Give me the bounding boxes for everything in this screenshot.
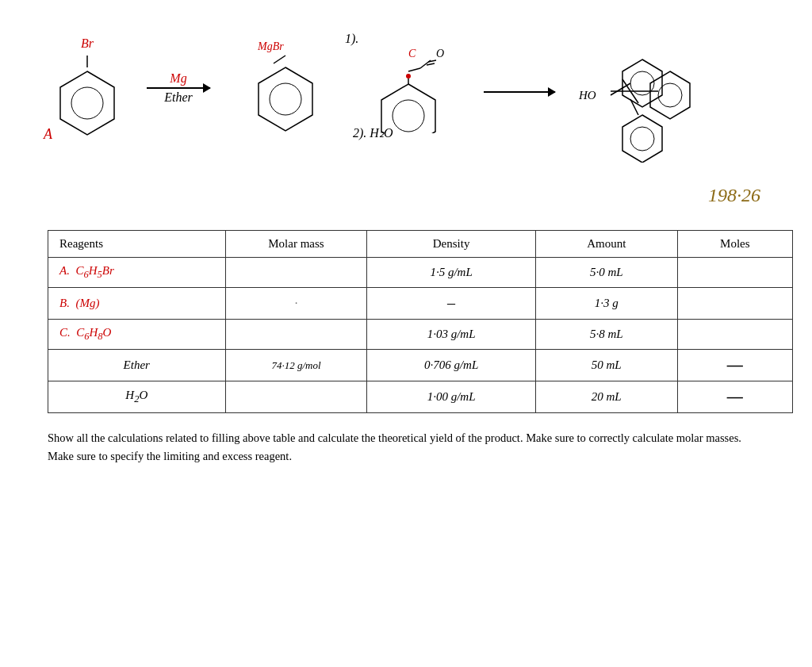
table-header-row: Reagents Molar mass Density Amount Moles [48, 231, 793, 258]
molar-mass-h2o [225, 381, 367, 413]
svg-line-19 [611, 83, 630, 95]
density-ether: 0·706 g/mL [367, 350, 535, 381]
instructions-text: Show all the calculations related to fil… [48, 429, 764, 466]
svg-point-14 [406, 74, 411, 79]
compound-a: Br A [40, 36, 127, 139]
table-row: C. C6H8O 1·03 g/mL 5·8 mL [48, 320, 793, 350]
reagent-a-label: A. C6H5Br [59, 264, 114, 277]
arrow1-top-label: Mg [170, 71, 186, 86]
svg-point-3 [71, 87, 103, 119]
moles-a [677, 258, 792, 288]
grignard-svg: MgBr [234, 36, 337, 139]
grignard-compound: MgBr [234, 36, 337, 139]
svg-marker-26 [650, 71, 690, 119]
density-b: – [367, 288, 535, 320]
svg-marker-6 [259, 67, 312, 131]
table-row: Ether 74·12 g/mol 0·706 g/mL 50 mL — [48, 350, 793, 381]
svg-text:HO: HO [578, 89, 596, 102]
svg-point-7 [270, 83, 301, 115]
header-reagents: Reagents [48, 231, 226, 258]
table-row: A. C6H5Br 1·5 g/mL 5·0 mL [48, 258, 793, 288]
reagent-c-label: C. C6H8O [59, 326, 111, 339]
molar-mass-c [225, 320, 367, 350]
density-c: 1·03 g/mL [367, 320, 535, 350]
svg-text:Br: Br [81, 36, 94, 50]
mw-value: 198·26 [708, 185, 760, 205]
molecular-weight: 198·26 [708, 185, 760, 206]
svg-marker-2 [60, 71, 114, 135]
svg-text:MgBr: MgBr [257, 40, 284, 52]
table-row: H2O 1·00 g/mL 20 mL — [48, 381, 793, 413]
reaction-arrow-1: Mg Ether [147, 71, 210, 105]
header-density: Density [367, 231, 535, 258]
amount-b: 1·3 g [535, 288, 677, 320]
moles-h2o: — [677, 381, 792, 413]
reagent-ether: Ether [48, 350, 226, 381]
reagent-a: A. C6H5Br [48, 258, 226, 288]
product-compound: HO [575, 28, 733, 166]
header-amount: Amount [535, 231, 677, 258]
reagent-b-label: B. (Mg) [59, 297, 99, 309]
table-row: B. (Mg) · – 1·3 g [48, 288, 793, 320]
amount-c: 5·8 mL [535, 320, 677, 350]
moles-c [677, 320, 792, 350]
svg-text:O: O [436, 48, 444, 59]
svg-line-11 [427, 63, 435, 65]
reaction-diagram: Br A Mg Ether [32, 24, 780, 206]
molar-mass-b: · [225, 288, 367, 320]
step2-label: 2). H₂O [353, 125, 464, 140]
density-a: 1·5 g/mL [367, 258, 535, 288]
page: Br A Mg Ether [0, 0, 812, 667]
density-h2o: 1·00 g/mL [367, 381, 535, 413]
ketone-svg: C O [361, 46, 464, 133]
amount-h2o: 20 mL [535, 381, 677, 413]
reaction-arrow-2 [484, 91, 555, 93]
svg-text:C: C [408, 48, 416, 59]
moles-ether: — [677, 350, 792, 381]
label-a: A [44, 126, 52, 143]
reagents-table-container: Reagents Molar mass Density Amount Moles… [48, 230, 764, 413]
step1-reagent: 1). C O 2). H₂O [345, 32, 464, 140]
svg-point-24 [630, 127, 654, 151]
reagent-h2o: H2O [48, 381, 226, 413]
molar-mass-a [225, 258, 367, 288]
amount-a: 5·0 mL [535, 258, 677, 288]
reagent-b: B. (Mg) [48, 288, 226, 320]
header-molar-mass: Molar mass [225, 231, 367, 258]
reagent-c: C. C6H8O [48, 320, 226, 350]
amount-ether: 50 mL [535, 350, 677, 381]
svg-marker-23 [622, 115, 662, 163]
svg-marker-20 [622, 59, 662, 107]
header-moles: Moles [677, 231, 792, 258]
instructions-content: Show all the calculations related to fil… [48, 431, 741, 462]
svg-line-13 [408, 68, 420, 71]
arrow1-bottom-label: Ether [164, 90, 193, 105]
bromobenzene-svg: Br [40, 36, 127, 139]
step1-label: 1). [345, 32, 358, 45]
moles-b [677, 288, 792, 320]
svg-line-5 [274, 56, 285, 63]
product-svg: HO [575, 28, 733, 163]
reagents-table: Reagents Molar mass Density Amount Moles… [48, 230, 793, 413]
molar-mass-ether: 74·12 g/mol [225, 350, 367, 381]
